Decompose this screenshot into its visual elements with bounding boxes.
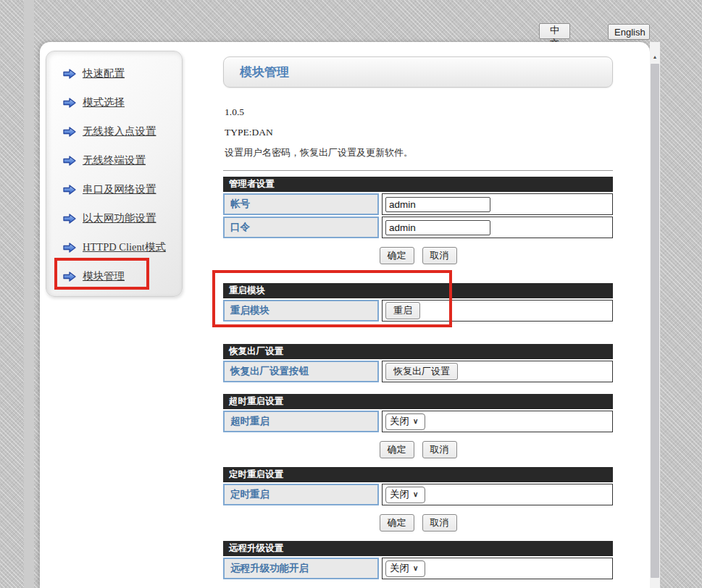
sidebar-item-label[interactable]: 无线终端设置: [83, 154, 146, 167]
table-row: 口令: [223, 217, 613, 238]
section-title: 远程升级设置: [223, 541, 613, 556]
arrow-right-icon: [62, 97, 77, 109]
sidebar-item-label[interactable]: 以太网功能设置: [83, 211, 156, 225]
arrow-right-icon: [62, 68, 77, 80]
table-row: 重启模块 重启: [223, 300, 613, 322]
row-value-cell: 关闭 ∨: [382, 484, 613, 505]
section-title: 定时重启设置: [223, 467, 613, 482]
settings-section: 远程升级设置 远程升级功能开启 关闭 ∨ 确定 取消: [223, 541, 613, 588]
settings-section: 重启模块 重启模块 重启: [223, 283, 613, 322]
sidebar: 快速配置 模式选择 无线接入点设置: [46, 51, 183, 297]
sidebar-item[interactable]: 模式选择: [62, 96, 182, 109]
chevron-down-icon: ∨: [413, 565, 418, 572]
ok-button[interactable]: 确定: [380, 441, 414, 458]
row-label: 定时重启: [223, 484, 379, 505]
table-row: 远程升级功能开启 关闭 ∨: [223, 558, 613, 579]
text-input[interactable]: [385, 197, 490, 212]
cell-button[interactable]: 重启: [385, 302, 420, 319]
row-value-cell: [382, 193, 613, 215]
sidebar-item[interactable]: 无线终端设置: [62, 154, 182, 167]
vertical-scrollbar[interactable]: ▲: [650, 42, 660, 588]
section-rows: 远程升级功能开启 关闭 ∨: [223, 558, 613, 579]
page-title: 模块管理: [240, 65, 289, 79]
table-row: 超时重启 关闭 ∨: [223, 411, 613, 432]
cancel-button[interactable]: 取消: [422, 514, 457, 532]
row-value-cell: 恢复出厂设置: [382, 361, 613, 382]
section-title: 恢复出厂设置: [223, 344, 613, 359]
sidebar-item[interactable]: 以太网功能设置: [62, 211, 182, 225]
sidebar-item-label[interactable]: HTTPD Client模式: [83, 240, 166, 254]
section-title: 超时重启设置: [223, 394, 613, 409]
row-label: 帐号: [223, 193, 379, 215]
select-value: 关闭: [390, 562, 409, 575]
arrow-right-icon: [62, 155, 77, 167]
table-row: 定时重启 关闭 ∨: [223, 484, 613, 505]
row-label: 恢复出厂设置按钮: [223, 361, 379, 382]
arrow-right-icon: [62, 213, 77, 224]
section-rows: 定时重启 关闭 ∨: [223, 484, 613, 505]
sidebar-item-label[interactable]: 无线接入点设置: [83, 125, 156, 138]
action-row: 确定 取消: [223, 247, 613, 264]
left-edge-strip: [24, 0, 34, 588]
arrow-right-icon: [62, 184, 77, 196]
cancel-button[interactable]: 取消: [422, 441, 457, 458]
row-label: 重启模块: [223, 300, 379, 322]
settings-section: 管理者设置 帐号 口令 确定 取消: [223, 177, 613, 264]
section-rows: 重启模块 重启: [223, 300, 613, 322]
chevron-down-icon: ∨: [413, 491, 418, 498]
sections: 管理者设置 帐号 口令 确定 取消 重启模块 重启模块 重启 恢复出厂设: [223, 177, 613, 588]
select-value: 关闭: [390, 488, 409, 501]
sidebar-item[interactable]: HTTPD Client模式: [62, 240, 182, 254]
action-row: 确定 取消: [223, 441, 613, 458]
ok-button[interactable]: 确定: [380, 514, 414, 532]
table-row: 帐号: [223, 193, 613, 215]
main-content: 模块管理 1.0.5 TYPE:DAN 设置用户名密码，恢复出厂设置及更新软件。…: [223, 56, 613, 588]
row-label: 远程升级功能开启: [223, 558, 379, 579]
settings-section: 定时重启设置 定时重启 关闭 ∨ 确定 取消: [223, 467, 613, 532]
settings-section: 恢复出厂设置 恢复出厂设置按钮 恢复出厂设置: [223, 344, 613, 382]
arrow-right-icon: [62, 271, 77, 282]
section-title: 重启模块: [223, 283, 613, 298]
row-label: 口令: [223, 217, 379, 238]
language-english-button[interactable]: English: [608, 24, 650, 40]
sidebar-item-label[interactable]: 模式选择: [83, 96, 125, 109]
page-container: 快速配置 模式选择 无线接入点设置: [40, 42, 650, 588]
sidebar-menu: 快速配置 模式选择 无线接入点设置: [46, 67, 182, 283]
scroll-up-icon[interactable]: ▲: [650, 51, 660, 62]
row-value-cell: [382, 217, 613, 238]
section-rows: 超时重启 关闭 ∨: [223, 411, 613, 432]
section-rows: 帐号 口令: [223, 193, 613, 238]
table-row: 恢复出厂设置按钮 恢复出厂设置: [223, 361, 613, 382]
ok-button[interactable]: 确定: [380, 247, 414, 264]
action-row: 确定 取消: [223, 514, 613, 532]
row-label: 超时重启: [223, 411, 379, 432]
divider: [223, 170, 613, 171]
arrow-right-icon: [62, 242, 77, 253]
sidebar-item[interactable]: 快速配置: [62, 67, 182, 80]
arrow-right-icon: [62, 126, 77, 138]
select-dropdown[interactable]: 关闭 ∨: [385, 560, 425, 577]
sidebar-item-label[interactable]: 模块管理: [83, 269, 125, 283]
chevron-down-icon: ∨: [413, 418, 418, 425]
sidebar-item[interactable]: 串口及网络设置: [62, 182, 182, 196]
section-title: 管理者设置: [223, 177, 613, 192]
settings-section: 超时重启设置 超时重启 关闭 ∨ 确定 取消: [223, 394, 613, 458]
sidebar-item-label[interactable]: 快速配置: [83, 67, 125, 80]
text-input[interactable]: [385, 220, 490, 235]
page-description: 设置用户名密码，恢复出厂设置及更新软件。: [225, 146, 613, 159]
sidebar-item[interactable]: 模块管理: [62, 269, 182, 283]
scrollbar-thumb[interactable]: [651, 64, 659, 578]
select-dropdown[interactable]: 关闭 ∨: [385, 413, 425, 430]
section-rows: 恢复出厂设置按钮 恢复出厂设置: [223, 361, 613, 382]
cancel-button[interactable]: 取消: [422, 247, 457, 264]
row-value-cell: 重启: [382, 300, 613, 322]
sidebar-item[interactable]: 无线接入点设置: [62, 125, 182, 138]
row-value-cell: 关闭 ∨: [382, 558, 613, 579]
row-value-cell: 关闭 ∨: [382, 411, 613, 432]
device-type: TYPE:DAN: [225, 127, 613, 138]
select-dropdown[interactable]: 关闭 ∨: [385, 487, 425, 503]
language-chinese-button[interactable]: 中文: [539, 23, 570, 39]
cell-button[interactable]: 恢复出厂设置: [385, 363, 458, 380]
sidebar-item-label[interactable]: 串口及网络设置: [83, 182, 156, 196]
page-title-box: 模块管理: [223, 56, 613, 88]
